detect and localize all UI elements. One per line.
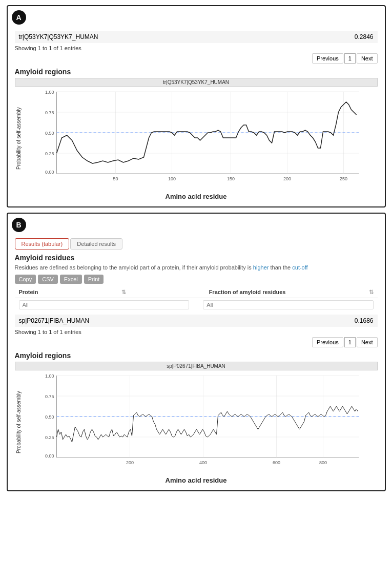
filter-fraction-input[interactable] xyxy=(203,300,373,309)
panel-b-page-num: 1 xyxy=(344,337,356,347)
print-button[interactable]: Print xyxy=(84,275,104,284)
panel-b-regions-title: Amyloid regions xyxy=(15,351,378,360)
panel-b-y-axis-label: Probability of self-assembly xyxy=(15,370,23,474)
svg-text:150: 150 xyxy=(226,176,234,181)
panel-b-x-axis-label: Amino acid residue xyxy=(15,476,378,484)
csv-button[interactable]: CSV xyxy=(38,275,58,284)
panel-a-x-axis-label: Amino acid residue xyxy=(15,193,378,200)
svg-text:1.00: 1.00 xyxy=(45,373,54,379)
panel-b-pagination: Previous 1 Next xyxy=(15,337,378,347)
panel-a-protein-id: tr|Q53YK7|Q53YK7_HUMAN xyxy=(19,33,98,40)
svg-text:200: 200 xyxy=(126,460,133,465)
excel-button[interactable]: Excel xyxy=(60,275,82,284)
panel-b-description: Residues are defined as belonging to the… xyxy=(15,264,378,272)
col-fraction-sort-icon[interactable]: ⇅ xyxy=(369,289,374,296)
copy-button[interactable]: Copy xyxy=(15,275,36,284)
svg-text:0.50: 0.50 xyxy=(45,131,54,136)
panel-b-tabs: Results (tabular) Detailed results xyxy=(15,238,378,250)
panel-a-svg: 1.00 0.75 0.50 0.25 0.00 xyxy=(23,87,378,189)
svg-text:800: 800 xyxy=(319,460,326,465)
panel-b-protein-row: sp|P02671|FIBA_HUMAN 0.1686 xyxy=(15,315,378,327)
panel-a-prev-button[interactable]: Previous xyxy=(312,53,343,64)
panel-a-y-axis-label: Probability of self-assembly xyxy=(15,87,23,191)
col-sort-icon[interactable]: ⇅ xyxy=(121,289,126,296)
panel-a-chart-title: tr|Q53YK7|Q53YK7_HUMAN xyxy=(15,78,378,87)
panel-b-entry-count: Showing 1 to 1 of 1 entries xyxy=(15,329,378,335)
panel-b-fraction: 0.1686 xyxy=(355,317,374,324)
filter-row xyxy=(15,298,378,311)
svg-text:1.00: 1.00 xyxy=(45,90,54,95)
panel-b-amyloid-title: Amyloid residues xyxy=(15,254,378,262)
panel-b-chart-inner: 1.00 0.75 0.50 0.25 0.00 xyxy=(23,370,378,474)
svg-text:400: 400 xyxy=(199,460,207,465)
panel-a: A tr|Q53YK7|Q53YK7_HUMAN 0.2846 Showing … xyxy=(7,5,386,207)
table-header: Protein ⇅ Fraction of amyloid residues ⇅ xyxy=(15,287,378,298)
highlight-cutoff: cut-off xyxy=(292,264,307,271)
tab-detailed-results[interactable]: Detailed results xyxy=(70,238,122,250)
panel-b-prev-button[interactable]: Previous xyxy=(312,337,343,347)
filter-protein-input[interactable] xyxy=(19,300,189,309)
panel-b-chart: sp|P02671|FIBA_HUMAN Probability of self… xyxy=(15,362,378,484)
panel-a-section-title: Amyloid regions xyxy=(15,68,378,76)
svg-text:50: 50 xyxy=(113,176,118,181)
svg-text:0.00: 0.00 xyxy=(45,453,54,459)
svg-text:250: 250 xyxy=(339,176,347,181)
svg-text:0.75: 0.75 xyxy=(45,110,54,115)
export-buttons: Copy CSV Excel Print xyxy=(15,275,378,284)
panel-b-chart-title: sp|P02671|FIBA_HUMAN xyxy=(15,362,378,370)
panel-a-entry-count: Showing 1 to 1 of 1 entries xyxy=(15,45,378,51)
svg-text:0.00: 0.00 xyxy=(45,170,54,175)
tab-results-tabular[interactable]: Results (tabular) xyxy=(15,238,70,250)
svg-text:600: 600 xyxy=(272,460,280,465)
panel-b: B Results (tabular) Detailed results Amy… xyxy=(7,213,386,491)
panel-a-fraction: 0.2846 xyxy=(355,33,374,40)
panel-a-pagination: Previous 1 Next xyxy=(15,53,378,64)
col-protein: Protein xyxy=(19,289,38,296)
highlight-higher: higher xyxy=(253,264,269,271)
panel-b-label: B xyxy=(12,218,26,232)
svg-text:0.50: 0.50 xyxy=(45,414,54,420)
svg-text:200: 200 xyxy=(283,176,291,181)
panel-a-next-button[interactable]: Next xyxy=(357,53,378,64)
panel-b-protein-id: sp|P02671|FIBA_HUMAN xyxy=(19,317,90,324)
panel-a-chart-inner: 1.00 0.75 0.50 0.25 0.00 xyxy=(23,87,378,191)
col-fraction: Fraction of amyloid residues xyxy=(209,289,286,296)
panel-a-label: A xyxy=(12,10,26,25)
svg-text:100: 100 xyxy=(168,176,175,181)
svg-text:0.75: 0.75 xyxy=(45,394,54,399)
panel-a-chart: tr|Q53YK7|Q53YK7_HUMAN Probability of se… xyxy=(15,78,378,200)
panel-a-page-num: 1 xyxy=(344,53,356,64)
panel-a-protein-row: tr|Q53YK7|Q53YK7_HUMAN 0.2846 xyxy=(15,31,378,43)
panel-b-next-button[interactable]: Next xyxy=(357,337,378,347)
svg-text:0.25: 0.25 xyxy=(45,435,54,440)
panel-b-svg: 1.00 0.75 0.50 0.25 0.00 xyxy=(23,370,378,473)
svg-text:0.25: 0.25 xyxy=(45,151,54,156)
